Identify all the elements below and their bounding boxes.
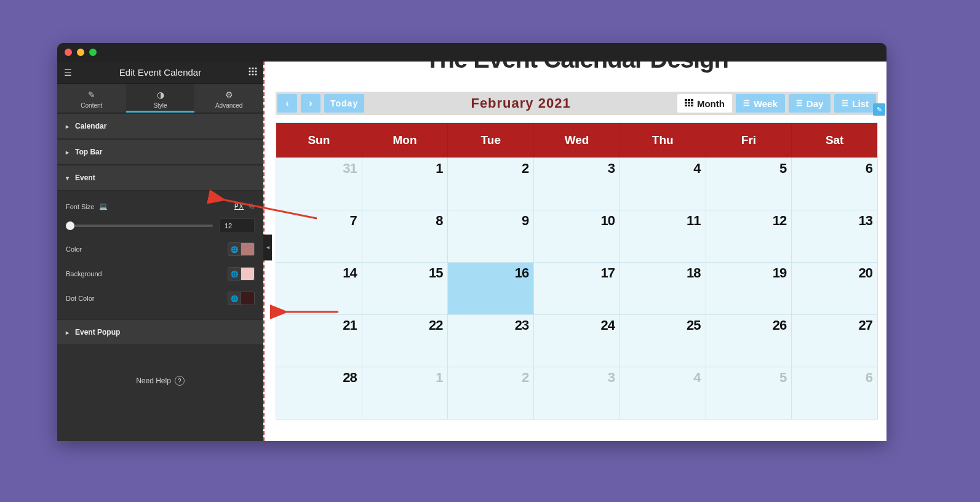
sidebar-header: ☰ Edit Event Calendar <box>57 62 263 84</box>
next-button[interactable]: › <box>301 94 321 113</box>
calendar-day-number: 3 <box>608 161 615 177</box>
unit-px[interactable]: PX <box>234 203 244 210</box>
calendar-day-cell[interactable]: 17 <box>534 262 620 314</box>
view-week-label: Week <box>754 98 778 109</box>
calendar-day-cell[interactable]: 7 <box>276 210 362 262</box>
titlebar <box>57 43 886 62</box>
calendar-day-cell[interactable]: 16 <box>448 262 534 314</box>
calendar-day-header: Sun <box>276 123 362 157</box>
globe-icon[interactable]: 🌐 <box>228 267 241 281</box>
maximize-window-button[interactable] <box>89 49 97 56</box>
section-top-bar[interactable]: ▸ Top Bar <box>57 139 263 165</box>
svg-point-6 <box>249 73 250 75</box>
today-button[interactable]: Today <box>324 94 364 113</box>
prev-button[interactable]: ‹ <box>277 94 297 113</box>
calendar-day-header: Wed <box>534 123 620 157</box>
calendar-day-header: Fri <box>706 123 792 157</box>
calendar-day-number: 5 <box>779 370 786 386</box>
calendar-day-number: 6 <box>866 161 872 177</box>
view-month-button[interactable]: Month <box>677 94 732 113</box>
calendar-day-cell[interactable]: 6 <box>792 367 877 419</box>
calendar-day-number: 2 <box>522 370 528 386</box>
calendar-day-number: 5 <box>779 161 786 177</box>
calendar-day-cell[interactable]: 12 <box>706 210 792 262</box>
apps-grid-icon[interactable] <box>247 67 258 78</box>
sidebar-collapse-handle[interactable]: ◂ <box>263 234 272 260</box>
hamburger-menu-icon[interactable]: ☰ <box>62 68 73 78</box>
calendar-day-cell[interactable]: 2 <box>448 157 534 210</box>
chevron-right-icon: ▸ <box>66 123 69 130</box>
svg-point-8 <box>255 73 257 75</box>
unit-toggle[interactable]: PX % <box>234 203 255 210</box>
calendar-day-cell[interactable]: 26 <box>706 314 792 367</box>
app-window: ☰ Edit Event Calendar ✎ Content ◑ <box>57 43 886 441</box>
calendar-day-cell[interactable]: 11 <box>620 210 706 262</box>
calendar-day-cell[interactable]: 1 <box>362 157 448 210</box>
globe-icon[interactable]: 🌐 <box>228 292 241 305</box>
calendar-day-cell[interactable]: 8 <box>362 210 448 262</box>
section-calendar[interactable]: ▸ Calendar <box>57 113 263 139</box>
calendar-day-cell[interactable]: 24 <box>534 314 620 367</box>
font-size-input[interactable] <box>219 218 255 233</box>
minimize-window-button[interactable] <box>77 49 84 56</box>
unit-percent[interactable]: % <box>249 203 255 210</box>
view-month-label: Month <box>697 98 725 109</box>
calendar-day-number: 4 <box>693 161 700 177</box>
tab-advanced[interactable]: ⚙ Advanced <box>194 84 263 113</box>
calendar-day-cell[interactable]: 19 <box>706 262 792 314</box>
view-list-button[interactable]: ☰ List <box>834 94 876 113</box>
background-swatch[interactable] <box>241 267 255 281</box>
calendar-day-cell[interactable]: 4 <box>620 367 706 419</box>
calendar-day-number: 25 <box>687 317 700 333</box>
font-size-slider[interactable] <box>66 225 213 227</box>
calendar-day-cell[interactable]: 3 <box>534 157 620 210</box>
desktop-icon[interactable]: 💻 <box>99 202 108 210</box>
calendar-day-cell[interactable]: 27 <box>792 314 877 367</box>
calendar-day-cell[interactable]: 14 <box>276 262 362 314</box>
calendar-day-cell[interactable]: 9 <box>448 210 534 262</box>
tab-content[interactable]: ✎ Content <box>57 84 126 113</box>
section-event[interactable]: ▾ Event <box>57 165 263 191</box>
section-event-popup[interactable]: ▸ Event Popup <box>57 319 263 345</box>
tab-style[interactable]: ◑ Style <box>126 84 195 113</box>
calendar-day-cell[interactable]: 21 <box>276 314 362 367</box>
calendar-day-cell[interactable]: 18 <box>620 262 706 314</box>
slider-thumb[interactable] <box>66 221 74 230</box>
calendar-day-cell[interactable]: 3 <box>534 367 620 419</box>
calendar-day-cell[interactable]: 23 <box>448 314 534 367</box>
calendar-day-cell[interactable]: 2 <box>448 367 534 419</box>
globe-icon[interactable]: 🌐 <box>228 242 241 256</box>
calendar-day-cell[interactable]: 22 <box>362 314 448 367</box>
calendar-day-header: Tue <box>448 123 534 157</box>
calendar-day-cell[interactable]: 5 <box>706 367 792 419</box>
tab-advanced-label: Advanced <box>215 102 242 109</box>
calendar-day-cell[interactable]: 28 <box>276 367 362 419</box>
dot-color-label: Dot Color <box>66 295 94 302</box>
svg-rect-13 <box>688 102 690 103</box>
dot-color-row: Dot Color 🌐 <box>66 286 255 311</box>
calendar-day-cell[interactable]: 10 <box>534 210 620 262</box>
calendar-day-cell[interactable]: 31 <box>276 157 362 210</box>
font-size-slider-row <box>66 218 255 233</box>
calendar-day-cell[interactable]: 20 <box>792 262 877 314</box>
calendar-day-cell[interactable]: 4 <box>620 157 706 210</box>
calendar-day-number: 6 <box>866 370 872 386</box>
dot-color-swatch[interactable] <box>241 292 255 305</box>
calendar-week-row: 14151617181920 <box>276 262 877 314</box>
need-help[interactable]: Need Help ? <box>57 376 263 386</box>
traffic-lights <box>65 49 97 56</box>
calendar-day-header: Mon <box>362 123 448 157</box>
color-swatch[interactable] <box>241 242 255 256</box>
view-day-button[interactable]: ☰ Day <box>789 94 831 113</box>
calendar-day-cell[interactable]: 25 <box>620 314 706 367</box>
calendar-day-cell[interactable]: 1 <box>362 367 448 419</box>
calendar-day-cell[interactable]: 13 <box>792 210 877 262</box>
svg-rect-12 <box>685 102 687 103</box>
close-window-button[interactable] <box>65 49 72 56</box>
calendar-day-cell[interactable]: 5 <box>706 157 792 210</box>
calendar-day-number: 20 <box>859 265 872 281</box>
edit-pencil-icon[interactable]: ✎ <box>873 103 885 116</box>
calendar-day-cell[interactable]: 15 <box>362 262 448 314</box>
calendar-day-cell[interactable]: 6 <box>792 157 877 210</box>
view-week-button[interactable]: ☰ Week <box>736 94 785 113</box>
